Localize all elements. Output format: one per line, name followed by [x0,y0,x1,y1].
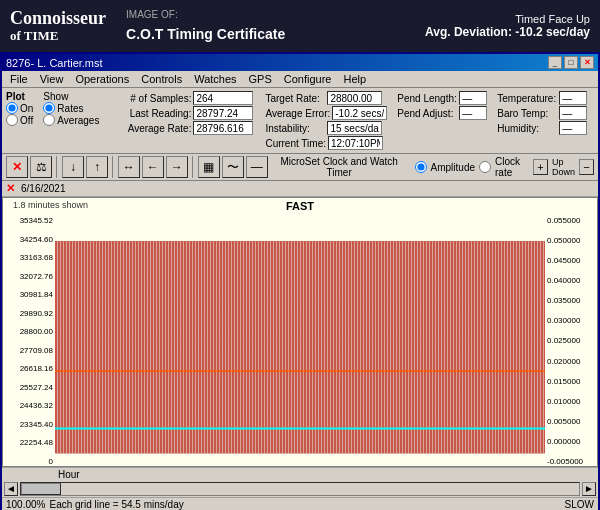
plot-label: Plot [6,91,33,102]
show-rates-radio[interactable] [43,102,55,114]
hour-label: Hour [58,469,80,480]
temperature-label: Temperature: [497,93,557,104]
last-reading-row: Last Reading: [111,106,253,120]
svg-rect-18 [55,241,545,454]
show-section: Show Rates Averages [43,91,99,126]
pend-adjust-input[interactable] [459,106,487,120]
plot-off-radio[interactable] [6,114,18,126]
current-time-label: Current Time: [265,138,326,149]
temp-section: Temperature: Baro Temp: Humidity: [497,91,587,135]
titlebar: 8276- L. Cartier.mst _ □ ✕ [2,54,598,71]
scale-tool-button[interactable]: ⚖ [30,156,52,178]
baro-temp-label: Baro Temp: [497,108,557,119]
instability-input[interactable] [327,121,382,135]
banner-info: IMAGE OF: C.O.T Timing Certificate [126,7,285,45]
scroll-right-button[interactable]: ► [582,482,596,496]
date-label: 6/16/2021 [21,183,66,194]
up-arrow-button[interactable]: ↑ [86,156,108,178]
menu-help[interactable]: Help [338,72,373,86]
avg-error-input[interactable] [332,106,387,120]
num-samples-label: # of Samples: [111,93,191,104]
averages-label: Averages [57,115,99,126]
toolbar-area: Plot On Off Show Rates Averages [2,88,598,154]
horizontal-scrollbar[interactable] [20,482,580,496]
show-averages-row: Averages [43,114,99,126]
show-label: Show [43,91,99,102]
instability-label: Instability: [265,123,325,134]
baro-temp-input[interactable] [559,106,587,120]
left-button[interactable]: ← [142,156,164,178]
clock-rate-radio[interactable] [479,161,491,173]
menu-operations[interactable]: Operations [69,72,135,86]
timed-face: Timed Face Up [425,13,590,25]
clock-rate-label: Clock rate [495,156,531,178]
amplitude-radio[interactable] [415,161,427,173]
target-rate-row: Target Rate: [265,91,387,105]
datebar: ✕ 6/16/2021 [2,181,598,197]
cert-title: C.O.T Timing Certificate [126,23,285,45]
datebar-close[interactable]: ✕ [6,182,15,195]
current-time-input[interactable] [328,136,383,150]
menu-configure[interactable]: Configure [278,72,338,86]
rates-label: Rates [57,103,83,114]
plot-off-label: Off [20,115,33,126]
temperature-row: Temperature: [497,91,587,105]
separator1 [56,156,58,178]
left-right-button[interactable]: ↔ [118,156,140,178]
scroll-left-button[interactable]: ◄ [4,482,18,496]
last-reading-input[interactable] [193,106,253,120]
chart-svg [55,216,545,466]
separator2 [112,156,114,178]
line-button[interactable]: — [246,156,268,178]
menu-gps[interactable]: GPS [243,72,278,86]
menu-file[interactable]: File [4,72,34,86]
plot-section: Plot On Off [6,91,33,126]
close-button[interactable]: ✕ [580,56,594,69]
num-samples-input[interactable] [193,91,253,105]
pend-length-input[interactable] [459,91,487,105]
up-down-label: Up Down [552,157,575,177]
humidity-input[interactable] [559,121,587,135]
temperature-input[interactable] [559,91,587,105]
down-label: Down [552,167,575,177]
amplitude-label: Amplitude [431,162,475,173]
minus-button[interactable]: − [579,159,594,175]
slow-label: SLOW [565,499,594,510]
bar-chart-button[interactable]: ▦ [198,156,220,178]
average-rate-input[interactable] [193,121,253,135]
average-rate-label: Average Rate: [111,123,191,134]
menu-controls[interactable]: Controls [135,72,188,86]
down-arrow-button[interactable]: ↓ [62,156,84,178]
toolbar-buttons: ✕ ⚖ ↓ ↑ ↔ ← → ▦ 〜 — MicroSet Clock and W… [2,154,598,181]
close-tool-button[interactable]: ✕ [6,156,28,178]
banner: Connoisseur of TIME IMAGE OF: C.O.T Timi… [0,0,600,52]
pend-section: Pend Length: Pend Adjust: [397,91,487,120]
menu-watches[interactable]: Watches [188,72,242,86]
statusbar: 100.00% Each grid line = 54.5 mins/day S… [2,497,598,510]
logo: Connoisseur of TIME [10,9,106,43]
avg-error-row: Average Error: [265,106,387,120]
num-samples-row: # of Samples: [111,91,253,105]
plot-on-row: On [6,102,33,114]
plus-button[interactable]: + [533,159,548,175]
plot-on-radio[interactable] [6,102,18,114]
minimize-button[interactable]: _ [548,56,562,69]
menubar: File View Operations Controls Watches GP… [2,71,598,88]
amp-clock-section: Amplitude Clock rate [415,156,531,178]
logo-line2: of TIME [10,29,106,43]
banner-right: Timed Face Up Avg. Deviation: -10.2 sec/… [425,13,590,39]
maximize-button[interactable]: □ [564,56,578,69]
scrollbar-thumb[interactable] [21,483,61,495]
scrollbar-row: ◄ ► [2,481,598,497]
right-button[interactable]: → [166,156,188,178]
wave-button[interactable]: 〜 [222,156,244,178]
chart-subtitle: 1.8 minutes shown [13,200,88,210]
image-of-label: IMAGE OF: [126,7,285,23]
y-axis-left: 35345.52 34254.60 33163.68 32072.76 3098… [3,216,55,466]
current-time-row: Current Time: [265,136,387,150]
menu-view[interactable]: View [34,72,70,86]
hour-row: Hour [2,467,598,481]
average-rate-row: Average Rate: [111,121,253,135]
target-rate-input[interactable] [327,91,382,105]
show-averages-radio[interactable] [43,114,55,126]
